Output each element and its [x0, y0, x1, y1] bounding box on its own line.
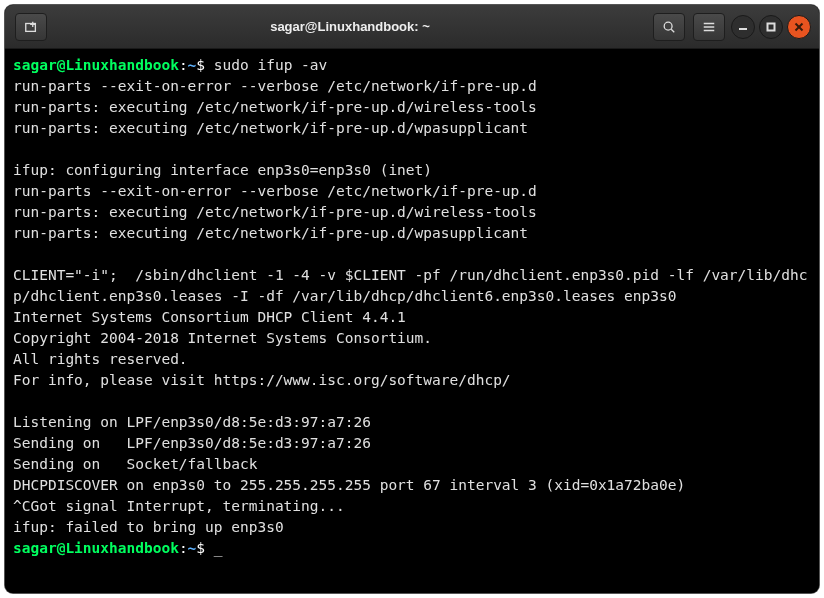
output-line: DHCPDISCOVER on enp3s0 to 255.255.255.25… — [13, 475, 811, 496]
minimize-button[interactable] — [731, 15, 755, 39]
terminal-area[interactable]: sagar@Linuxhandbook:~$ sudo ifup -avrun-… — [5, 49, 819, 593]
prompt-user-host: sagar@Linuxhandbook — [13, 540, 179, 556]
output-line — [13, 139, 811, 160]
prompt-dollar: $ — [196, 540, 213, 556]
close-icon — [794, 22, 804, 32]
titlebar: sagar@Linuxhandbook: ~ — [5, 5, 819, 49]
output-line: Internet Systems Consortium DHCP Client … — [13, 307, 811, 328]
output-line: Copyright 2004-2018 Internet Systems Con… — [13, 328, 811, 349]
output-line: ifup: failed to bring up enp3s0 — [13, 517, 811, 538]
terminal-window: sagar@Linuxhandbook: ~ sagar@Linuxhandbo… — [5, 5, 819, 593]
titlebar-controls — [651, 13, 811, 41]
output-line — [13, 391, 811, 412]
new-tab-icon — [24, 20, 38, 34]
output-line: Listening on LPF/enp3s0/d8:5e:d3:97:a7:2… — [13, 412, 811, 433]
output-line: ifup: configuring interface enp3s0=enp3s… — [13, 160, 811, 181]
output-line: run-parts: executing /etc/network/if-pre… — [13, 118, 811, 139]
menu-button[interactable] — [693, 13, 725, 41]
hamburger-icon — [702, 20, 716, 34]
search-button[interactable] — [653, 13, 685, 41]
prompt-dollar: $ — [196, 57, 213, 73]
output-line: run-parts: executing /etc/network/if-pre… — [13, 223, 811, 244]
svg-rect-9 — [768, 23, 775, 30]
svg-line-4 — [671, 29, 674, 32]
output-line: run-parts: executing /etc/network/if-pre… — [13, 97, 811, 118]
output-line: ^CGot signal Interrupt, terminating... — [13, 496, 811, 517]
cursor: _ — [214, 540, 223, 556]
output-line: Sending on Socket/fallback — [13, 454, 811, 475]
maximize-button[interactable] — [759, 15, 783, 39]
output-line: For info, please visit https://www.isc.o… — [13, 370, 811, 391]
output-line — [13, 244, 811, 265]
close-button[interactable] — [787, 15, 811, 39]
new-tab-button[interactable] — [15, 13, 47, 41]
maximize-icon — [766, 22, 776, 32]
prompt-colon: : — [179, 540, 188, 556]
output-line: Sending on LPF/enp3s0/d8:5e:d3:97:a7:26 — [13, 433, 811, 454]
command-text: sudo ifup -av — [214, 57, 328, 73]
output-line: All rights reserved. — [13, 349, 811, 370]
minimize-icon — [738, 22, 748, 32]
search-icon — [662, 20, 676, 34]
output-line: run-parts --exit-on-error --verbose /etc… — [13, 181, 811, 202]
window-title: sagar@Linuxhandbook: ~ — [49, 19, 651, 34]
output-line: run-parts --exit-on-error --verbose /etc… — [13, 76, 811, 97]
output-line: run-parts: executing /etc/network/if-pre… — [13, 202, 811, 223]
prompt-user-host: sagar@Linuxhandbook — [13, 57, 179, 73]
output-line: CLIENT="-i"; /sbin/dhclient -1 -4 -v $CL… — [13, 265, 811, 307]
prompt-colon: : — [179, 57, 188, 73]
svg-point-3 — [664, 22, 672, 30]
